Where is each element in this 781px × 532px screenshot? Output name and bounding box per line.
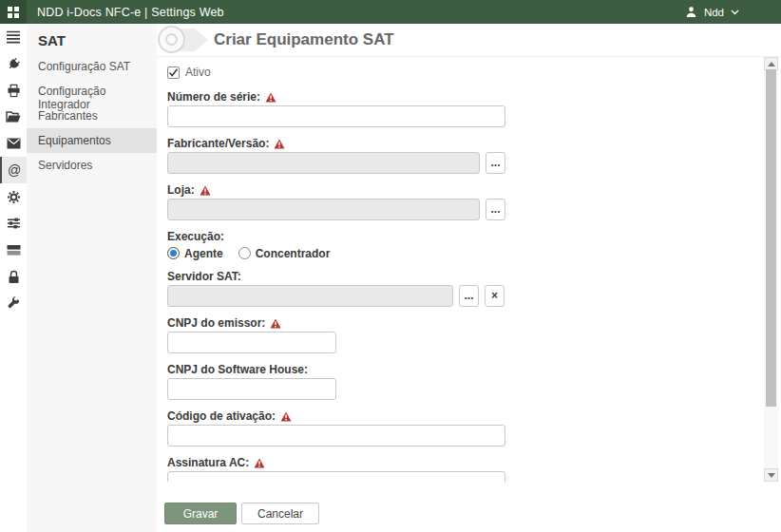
required-warning-icon <box>280 411 292 422</box>
app-window: NDD i-Docs NFC-e | Settings Web Ndd <box>0 0 781 532</box>
wrench-icon <box>7 296 21 311</box>
loja-input <box>167 199 480 220</box>
rail-item-servers[interactable] <box>0 237 27 263</box>
plug-icon <box>7 57 21 71</box>
required-warning-icon <box>274 139 285 149</box>
radio-agente-label: Agente <box>184 247 223 260</box>
servidor-sat-input <box>167 285 453 307</box>
numero-serie-input[interactable] <box>167 105 505 127</box>
radio-agente[interactable]: Agente <box>167 247 223 260</box>
checkbox-checked-icon <box>167 66 180 79</box>
save-button[interactable]: Gravar <box>164 503 237 524</box>
field-servidor-sat: Servidor SAT: ... × <box>167 270 537 307</box>
hamburger-icon <box>6 30 21 44</box>
assinatura-ac-label: Assinatura AC: <box>167 456 249 469</box>
vertical-scrollbar[interactable] <box>764 57 778 482</box>
rail-item-security[interactable] <box>0 263 27 290</box>
loja-label: Loja: <box>167 183 195 197</box>
sidebar-item-configuracao-integrador[interactable]: Configuração Integrador <box>27 79 157 104</box>
rail-item-integrations[interactable] <box>0 50 27 77</box>
sidebar-item-configuracao-sat[interactable]: Configuração SAT <box>27 54 157 79</box>
radio-concentrador[interactable]: Concentrador <box>238 247 331 260</box>
server-icon <box>7 244 21 256</box>
gear-icon <box>7 190 21 204</box>
form-footer: Gravar Cancelar <box>157 482 781 532</box>
field-codigo-ativacao: Código de ativação: <box>167 409 537 446</box>
assinatura-ac-textarea[interactable] <box>167 471 505 482</box>
envelope-icon <box>7 138 21 149</box>
cnpj-software-house-input[interactable] <box>167 378 336 400</box>
sidebar-item-equipamentos[interactable]: Equipamentos <box>27 128 157 153</box>
page-title: Criar Equipamento SAT <box>214 30 394 49</box>
codigo-ativacao-label: Código de ativação: <box>167 409 276 423</box>
field-execucao: Execução: Agente Concentrador <box>167 230 537 260</box>
lock-icon <box>8 270 20 284</box>
field-loja: Loja: ... <box>167 183 537 220</box>
rail-item-nfce-selected[interactable]: @ <box>0 157 27 183</box>
field-numero-serie: Número de série: <box>167 90 537 127</box>
fabricante-versao-label: Fabricante/Versão: <box>167 137 269 150</box>
app-title: NDD i-Docs NFC-e | Settings Web <box>37 6 224 19</box>
section-sidebar: SAT Configuração SAT Configuração Integr… <box>27 24 157 532</box>
field-fabricante-versao: Fabricante/Versão: ... <box>167 137 537 174</box>
numero-serie-label: Número de série: <box>167 90 260 104</box>
arrow-down-icon <box>768 473 775 478</box>
rail-item-tools[interactable] <box>0 290 27 316</box>
main-content: Criar Equipamento SAT Ativo Número de sé… <box>157 24 781 532</box>
printer-icon <box>7 84 21 98</box>
folder-open-icon <box>6 110 21 124</box>
sliders-icon <box>7 217 21 230</box>
radio-selected-icon <box>167 247 180 259</box>
radio-unselected-icon <box>238 247 251 259</box>
loja-browse-button[interactable]: ... <box>486 199 505 220</box>
rail-item-preferences[interactable] <box>0 210 27 237</box>
required-warning-icon <box>265 92 276 103</box>
servidor-sat-browse-button[interactable]: ... <box>459 285 479 307</box>
user-menu[interactable]: Ndd <box>685 6 739 18</box>
rail-item-printing[interactable] <box>0 77 27 104</box>
scroll-down-button[interactable] <box>764 468 778 482</box>
scroll-up-button[interactable] <box>764 57 778 70</box>
page-header: Criar Equipamento SAT <box>157 24 781 57</box>
app-launcher-button[interactable] <box>0 0 27 24</box>
servidor-sat-clear-button[interactable]: × <box>485 285 505 307</box>
sidebar-title: SAT <box>27 24 157 54</box>
field-cnpj-software-house: CNPJ do Software House: <box>167 363 537 400</box>
ativo-label: Ativo <box>185 66 211 79</box>
user-name: Ndd <box>704 7 724 18</box>
execucao-label: Execução: <box>167 230 224 243</box>
user-icon <box>685 6 697 18</box>
chevron-down-icon <box>731 10 739 15</box>
fabricante-versao-browse-button[interactable]: ... <box>486 152 505 174</box>
sidebar-item-servidores[interactable]: Servidores <box>27 153 157 178</box>
cancel-button[interactable]: Cancelar <box>241 503 319 524</box>
icon-rail: @ <box>0 24 27 532</box>
equipment-form: Ativo Número de série: Fabricante/Versão… <box>157 57 537 482</box>
required-warning-icon <box>270 318 281 329</box>
rail-item-settings[interactable] <box>0 183 27 210</box>
rail-item-mail[interactable] <box>0 130 27 157</box>
form-scroll-area: Ativo Número de série: Fabricante/Versão… <box>157 57 781 482</box>
field-assinatura-ac: Assinatura AC: <box>167 456 537 482</box>
servidor-sat-label: Servidor SAT: <box>167 270 241 283</box>
rail-item-files[interactable] <box>0 104 27 130</box>
at-sign-icon: @ <box>8 162 21 178</box>
fabricante-versao-input <box>167 152 480 174</box>
radio-concentrador-label: Concentrador <box>256 247 331 260</box>
codigo-ativacao-input[interactable] <box>167 425 505 446</box>
cnpj-software-house-label: CNPJ do Software House: <box>167 363 308 376</box>
top-bar: NDD i-Docs NFC-e | Settings Web Ndd <box>0 0 781 24</box>
menu-toggle-button[interactable] <box>0 24 27 50</box>
cnpj-emissor-label: CNPJ do emissor: <box>167 316 265 330</box>
required-warning-icon <box>254 458 265 468</box>
waffle-icon <box>8 7 19 18</box>
cnpj-emissor-input[interactable] <box>167 332 336 353</box>
arrow-up-icon <box>768 62 775 66</box>
field-cnpj-emissor: CNPJ do emissor: <box>167 316 537 353</box>
required-warning-icon <box>200 185 211 196</box>
ativo-checkbox[interactable]: Ativo <box>167 65 537 80</box>
page-icon <box>158 26 185 53</box>
scrollbar-thumb[interactable] <box>766 69 776 407</box>
